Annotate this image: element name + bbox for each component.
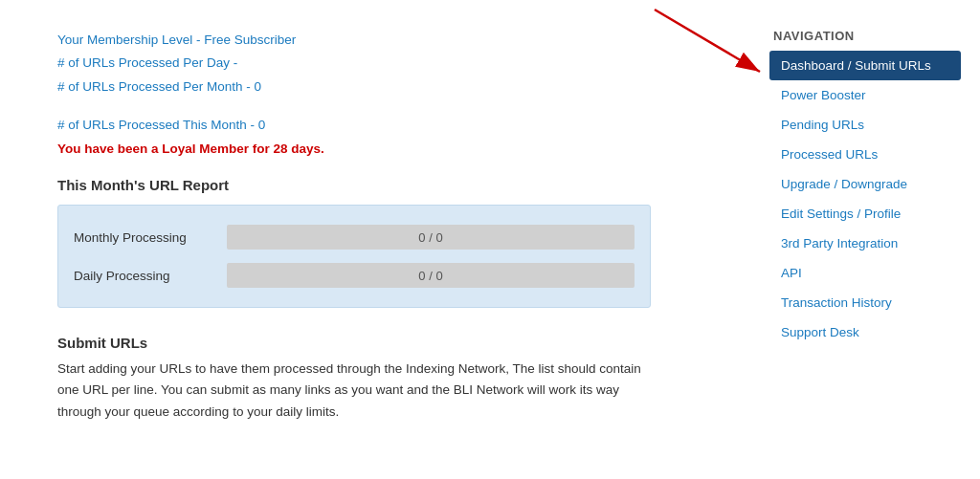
sidebar: NAVIGATION Dashboard / Submit URLsPower …	[769, 29, 961, 460]
submit-title: Submit URLs	[57, 335, 731, 351]
nav-item-pending-urls[interactable]: Pending URLs	[769, 110, 961, 140]
nav-item-power-booster[interactable]: Power Booster	[769, 80, 961, 110]
nav-item-3rd-party-integration[interactable]: 3rd Party Integration	[769, 229, 961, 258]
url-report-title: This Month's URL Report	[57, 177, 731, 193]
daily-label: Daily Processing	[74, 269, 227, 283]
nav-item-processed-urls[interactable]: Processed URLs	[769, 140, 961, 169]
loyal-member-section: # of URLs Processed This Month - 0 You h…	[57, 114, 731, 156]
submit-description: Start adding your URLs to have them proc…	[57, 359, 651, 423]
urls-per-month[interactable]: # of URLs Processed Per Month - 0	[57, 76, 731, 98]
daily-processing-row: Daily Processing 0 / 0	[74, 263, 635, 288]
monthly-bar: 0 / 0	[227, 225, 635, 250]
url-report-box: Monthly Processing 0 / 0 Daily Processin…	[57, 205, 651, 308]
nav-item-upgrade---downgrade[interactable]: Upgrade / Downgrade	[769, 169, 961, 199]
url-report-section: This Month's URL Report Monthly Processi…	[57, 177, 731, 308]
nav-item-dashboard---submit-urls[interactable]: Dashboard / Submit URLs	[769, 51, 961, 80]
nav-item-edit-settings---profile[interactable]: Edit Settings / Profile	[769, 199, 961, 229]
monthly-processing-row: Monthly Processing 0 / 0	[74, 225, 635, 250]
loyal-member-text: You have been a Loyal Member for 28 days…	[57, 142, 324, 156]
nav-item-support-desk[interactable]: Support Desk	[769, 317, 961, 347]
daily-bar: 0 / 0	[227, 263, 635, 288]
monthly-value: 0 / 0	[418, 230, 442, 245]
monthly-label: Monthly Processing	[74, 230, 227, 245]
urls-per-day[interactable]: # of URLs Processed Per Day -	[57, 52, 731, 75]
membership-level[interactable]: Your Membership Level - Free Subscriber	[57, 29, 731, 52]
membership-info: Your Membership Level - Free Subscriber …	[57, 29, 731, 98]
submit-section: Submit URLs Start adding your URLs to ha…	[57, 335, 731, 423]
nav-title: NAVIGATION	[769, 29, 961, 43]
urls-this-month[interactable]: # of URLs Processed This Month - 0	[57, 114, 731, 137]
daily-value: 0 / 0	[418, 269, 442, 283]
nav-item-transaction-history[interactable]: Transaction History	[769, 288, 961, 317]
nav-item-api[interactable]: API	[769, 258, 961, 288]
nav-items: Dashboard / Submit URLsPower BoosterPend…	[769, 51, 961, 347]
